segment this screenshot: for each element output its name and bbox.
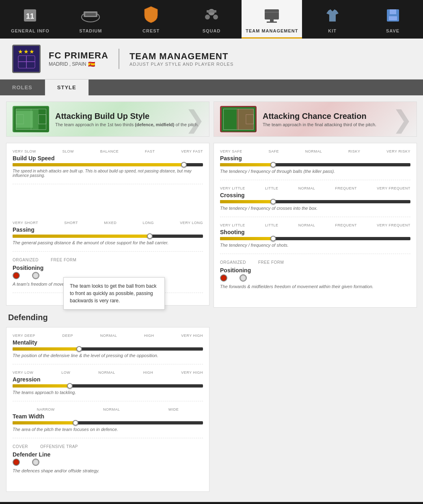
attacking-build-up-card: Attacking Build Up Style The team approa… bbox=[6, 101, 209, 137]
right-passing-fill bbox=[220, 163, 273, 166]
top-navigation: 11 GENERAL INFO STADIUM CREST SQUAD TEAM… bbox=[0, 0, 423, 39]
nav-squad[interactable]: SQUAD bbox=[181, 0, 242, 39]
build-up-field-icon bbox=[13, 106, 49, 132]
positioning-labels: ORGANIZED FREE FORM bbox=[13, 258, 203, 262]
defender-line-labels: COVER OFFENSIVE TRAP bbox=[13, 444, 203, 449]
left-panel: Attacking Build Up Style The team approa… bbox=[6, 101, 209, 496]
build-up-tooltip: The team looks to get the ball from back… bbox=[63, 277, 165, 310]
crossing-title: Crossing bbox=[220, 192, 410, 198]
defender-line-cover-radio[interactable] bbox=[13, 459, 20, 466]
mentality-track[interactable] bbox=[13, 347, 203, 351]
right-passing-group: VERY SAFE SAFE NORMAL RISKY VERY RISKY P… bbox=[220, 149, 410, 180]
right-passing-thumb[interactable] bbox=[270, 162, 276, 168]
nav-stadium[interactable]: STADIUM bbox=[60, 0, 121, 39]
chance-creation-card-text: Attacking Chance Creation The team appro… bbox=[263, 112, 376, 127]
right-positioning-organized-radio[interactable] bbox=[220, 274, 227, 282]
mentality-labels: VERY DEEP DEEP NORMAL HIGH VERY HIGH bbox=[13, 334, 203, 338]
team-width-desc: The area of the pitch the team focuses o… bbox=[13, 427, 203, 432]
squad-icon bbox=[203, 8, 220, 26]
mentality-desc: The position of the defensive line & the… bbox=[13, 353, 203, 358]
aggression-desc: The teams approach to tackling. bbox=[13, 390, 203, 395]
crossing-track[interactable] bbox=[220, 200, 410, 203]
chance-creation-field-icon bbox=[220, 106, 257, 132]
shooting-track[interactable] bbox=[220, 237, 410, 240]
team-width-fill bbox=[13, 421, 76, 424]
defender-line-trap-radio[interactable] bbox=[32, 459, 39, 466]
right-positioning-freeform-radio[interactable] bbox=[240, 274, 247, 282]
aggression-track[interactable] bbox=[13, 384, 203, 388]
svg-rect-12 bbox=[267, 22, 277, 23]
team-crest: ★★★ bbox=[12, 45, 41, 73]
build-up-speed-track[interactable] bbox=[13, 163, 203, 166]
right-card-arrow: ❯ bbox=[392, 105, 412, 134]
mentality-thumb[interactable] bbox=[76, 346, 82, 352]
section-info: TEAM MANAGEMENT ADJUST PLAY STYLE AND PL… bbox=[129, 51, 233, 67]
defender-line-desc: The defences shape and/or offside strate… bbox=[13, 468, 203, 473]
main-content: Attacking Build Up Style The team approa… bbox=[0, 95, 423, 502]
shooting-title: Shooting bbox=[220, 229, 410, 235]
crossing-labels: VERY LITTLE LITTLE NORMAL FREQUENT VERY … bbox=[220, 186, 410, 190]
passing-fill bbox=[13, 235, 150, 238]
passing-thumb[interactable] bbox=[147, 233, 153, 239]
build-up-title: Attacking Build Up Style bbox=[55, 112, 199, 121]
nav-kit[interactable]: KIT bbox=[302, 0, 363, 39]
nav-crest[interactable]: CREST bbox=[121, 0, 181, 39]
chance-creation-desc: The team approach in the final attacking… bbox=[263, 122, 376, 127]
aggression-thumb[interactable] bbox=[67, 383, 73, 389]
team-name: FC PRIMERA bbox=[49, 50, 108, 61]
build-up-desc: The team approach in the 1st two thirds … bbox=[55, 122, 199, 127]
defender-line-group: COVER OFFENSIVE TRAP Defender Line The d… bbox=[13, 444, 203, 479]
crossing-thumb[interactable] bbox=[270, 199, 276, 205]
svg-point-7 bbox=[205, 15, 210, 19]
passing-title: Passing bbox=[13, 226, 203, 233]
build-up-speed-group: VERY SLOW SLOW BALANCE FAST VERY FAST Bu… bbox=[13, 149, 203, 184]
team-management-icon bbox=[263, 8, 281, 26]
save-icon bbox=[385, 7, 401, 26]
svg-rect-6 bbox=[207, 10, 216, 13]
passing-group: VERY SHORT SHORT MIXED LONG VERY LONG Pa… bbox=[13, 221, 203, 252]
right-passing-title: Passing bbox=[220, 155, 410, 162]
aggression-group: VERY LOW LOW NORMAL HIGH VERY HIGH Agres… bbox=[13, 370, 203, 401]
nav-general-info[interactable]: 11 GENERAL INFO bbox=[0, 0, 60, 39]
chance-creation-title: Attacking Chance Creation bbox=[263, 112, 376, 121]
chance-creation-card-header: Attacking Chance Creation The team appro… bbox=[214, 102, 417, 136]
stadium-icon bbox=[80, 8, 101, 26]
build-up-speed-fill bbox=[13, 163, 184, 166]
crossing-group: VERY LITTLE LITTLE NORMAL FREQUENT VERY … bbox=[220, 186, 410, 217]
team-width-track[interactable] bbox=[13, 421, 203, 424]
passing-track[interactable] bbox=[13, 235, 203, 238]
section-title: TEAM MANAGEMENT bbox=[129, 51, 233, 62]
positioning-title: Positioning bbox=[13, 265, 203, 271]
right-sliders: VERY SAFE SAFE NORMAL RISKY VERY RISKY P… bbox=[214, 143, 417, 308]
aggression-fill bbox=[13, 384, 70, 388]
shooting-desc: The tendency / frequency of shots. bbox=[220, 243, 410, 248]
build-up-speed-thumb[interactable] bbox=[181, 162, 187, 168]
team-width-labels: NARROW NORMAL WIDE bbox=[13, 407, 203, 411]
shooting-group: VERY LITTLE LITTLE NORMAL FREQUENT VERY … bbox=[220, 223, 410, 254]
kit-label: KIT bbox=[328, 28, 337, 33]
svg-rect-15 bbox=[389, 16, 397, 20]
mentality-group: VERY DEEP DEEP NORMAL HIGH VERY HIGH Men… bbox=[13, 334, 203, 364]
kit-icon bbox=[324, 7, 341, 26]
right-panel: Attacking Chance Creation The team appro… bbox=[214, 101, 417, 496]
svg-rect-9 bbox=[265, 9, 279, 19]
nav-save[interactable]: SAVE bbox=[363, 0, 423, 39]
build-up-speed-title: Build Up Speed bbox=[13, 155, 203, 162]
right-positioning-group: ORGANIZED FREE FORM Positioning The forw… bbox=[220, 260, 410, 295]
general-info-icon: 11 bbox=[22, 7, 38, 26]
tab-style[interactable]: STYLE bbox=[45, 80, 89, 95]
attacking-chance-creation-card: Attacking Chance Creation The team appro… bbox=[214, 101, 417, 137]
team-width-thumb[interactable] bbox=[73, 420, 78, 426]
crossing-fill bbox=[220, 200, 273, 203]
right-passing-track[interactable] bbox=[220, 163, 410, 166]
nav-team-management[interactable]: TEAM MANAGEMENT bbox=[242, 0, 302, 39]
positioning-freeform-radio[interactable] bbox=[32, 272, 39, 279]
crest-icon bbox=[143, 5, 159, 26]
team-info: FC PRIMERA MADRID , SPAIN 🇪🇸 bbox=[49, 50, 108, 67]
svg-text:11: 11 bbox=[26, 12, 34, 20]
shooting-labels: VERY LITTLE LITTLE NORMAL FREQUENT VERY … bbox=[220, 223, 410, 227]
shooting-thumb[interactable] bbox=[270, 236, 276, 241]
tab-roles[interactable]: ROLES bbox=[0, 80, 45, 95]
positioning-organized-radio[interactable] bbox=[13, 272, 20, 279]
section-subtitle: ADJUST PLAY STYLE AND PLAYER ROLES bbox=[129, 62, 233, 67]
